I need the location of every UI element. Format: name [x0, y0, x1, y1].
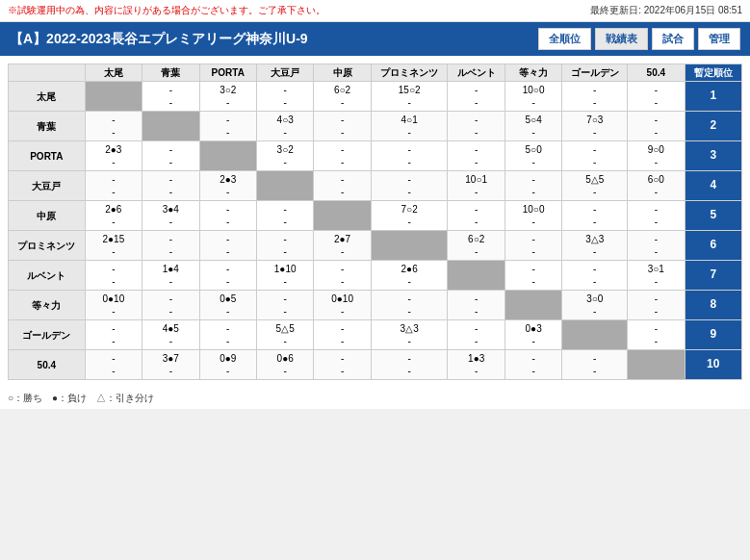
cell-r3-c8: 5△5- — [562, 171, 628, 201]
cell-r9-c5: -- — [371, 350, 448, 380]
cell-r1-c1 — [142, 112, 199, 141]
matches-button[interactable]: 試合 — [652, 28, 694, 50]
cell-r2-c0: 2●3- — [85, 141, 142, 171]
cell-r7-c4: 0●10- — [314, 291, 371, 320]
cell-r0-c3: -- — [256, 82, 313, 112]
rank-6: 7 — [685, 261, 741, 291]
cell-r0-c4: 6○2- — [314, 82, 371, 112]
cell-r4-c1: 3●4- — [142, 201, 199, 231]
cell-r6-c5: 2●6- — [371, 261, 448, 291]
cell-r2-c5: -- — [371, 141, 448, 171]
all-rankings-button[interactable]: 全順位 — [538, 28, 591, 50]
cell-r4-c5: 7○2- — [371, 201, 448, 231]
cell-r5-c2: -- — [199, 231, 256, 261]
warning-text: ※試験運用中の為、内容に誤りがある場合がございます。ご了承下さい。 — [8, 4, 325, 17]
cell-r2-c3: 3○2- — [256, 141, 313, 171]
team-label-1: 青葉 — [9, 112, 86, 141]
cell-r3-c7: -- — [504, 171, 561, 201]
cell-r6-c9: 3○1- — [628, 261, 685, 291]
cell-r3-c0: -- — [85, 171, 142, 201]
col-header-4: 中原 — [314, 64, 371, 82]
legend-text: ○：勝ち ●：負け △：引き分け — [8, 393, 154, 403]
team-label-2: PORTA — [9, 141, 86, 171]
cell-r6-c8: -- — [562, 261, 628, 291]
page-title: 【A】2022-2023長谷エプレミアリーグ神奈川U-9 — [10, 31, 308, 48]
cell-r4-c0: 2●6- — [85, 201, 142, 231]
cell-r4-c9: -- — [628, 201, 685, 231]
cell-r3-c1: -- — [142, 171, 199, 201]
cell-r0-c5: 15○2- — [371, 82, 448, 112]
table-container: 太尾 青葉 PORTA 大豆戸 中原 プロミネンツ ルベント 等々力 ゴールデン… — [0, 56, 750, 388]
cell-r3-c6: 10○1- — [448, 171, 504, 201]
col-header-5: プロミネンツ — [371, 64, 448, 82]
cell-r6-c4: -- — [314, 261, 371, 291]
cell-r9-c8: -- — [562, 350, 628, 380]
cell-r1-c7: 5○4- — [504, 112, 561, 141]
cell-r0-c0 — [85, 82, 142, 112]
cell-r8-c8 — [562, 320, 628, 350]
col-header-3: 大豆戸 — [256, 64, 313, 82]
cell-r0-c7: 10○0- — [504, 82, 561, 112]
cell-r8-c7: 0●3- — [504, 320, 561, 350]
cell-r1-c2: -- — [199, 112, 256, 141]
cell-r9-c9 — [628, 350, 685, 380]
cell-r3-c4: -- — [314, 171, 371, 201]
col-header-1: 青葉 — [142, 64, 199, 82]
cell-r2-c7: 5○0- — [504, 141, 561, 171]
cell-r7-c3: -- — [256, 291, 313, 320]
cell-r7-c7 — [504, 291, 561, 320]
cell-r7-c5: -- — [371, 291, 448, 320]
col-header-0: 太尾 — [85, 64, 142, 82]
cell-r5-c0: 2●15- — [85, 231, 142, 261]
rank-4: 5 — [685, 201, 741, 231]
last-update: 最終更新日: 2022年06月15日 08:51 — [590, 4, 742, 17]
cell-r2-c8: -- — [562, 141, 628, 171]
cell-r7-c0: 0●10- — [85, 291, 142, 320]
cell-r6-c7: -- — [504, 261, 561, 291]
rank-col-header: 暫定順位 — [685, 64, 741, 82]
col-header-6: ルベント — [448, 64, 504, 82]
cell-r3-c3 — [256, 171, 313, 201]
cell-r0-c9: -- — [628, 82, 685, 112]
cell-r6-c6 — [448, 261, 504, 291]
manage-button[interactable]: 管理 — [698, 28, 740, 50]
cell-r8-c2: -- — [199, 320, 256, 350]
team-label-5: プロミネンツ — [9, 231, 86, 261]
cell-r6-c1: 1●4- — [142, 261, 199, 291]
cell-r4-c8: -- — [562, 201, 628, 231]
cell-r9-c1: 3●7- — [142, 350, 199, 380]
cell-r9-c2: 0●9- — [199, 350, 256, 380]
cell-r7-c6: -- — [448, 291, 504, 320]
cell-r7-c8: 3○0- — [562, 291, 628, 320]
cell-r6-c0: -- — [85, 261, 142, 291]
cell-r8-c4: -- — [314, 320, 371, 350]
cell-r1-c8: 7○3- — [562, 112, 628, 141]
cell-r5-c1: -- — [142, 231, 199, 261]
header-buttons: 全順位 戦績表 試合 管理 — [538, 28, 740, 50]
cell-r8-c0: -- — [85, 320, 142, 350]
rank-8: 9 — [685, 320, 741, 350]
cell-r1-c3: 4○3- — [256, 112, 313, 141]
rank-9: 10 — [685, 350, 741, 380]
legend-bar: ○：勝ち ●：負け △：引き分け — [0, 388, 750, 409]
cell-r1-c9: -- — [628, 112, 685, 141]
cell-r8-c6: -- — [448, 320, 504, 350]
team-label-9: 50.4 — [9, 350, 86, 380]
cell-r9-c3: 0●6- — [256, 350, 313, 380]
cell-r5-c7: -- — [504, 231, 561, 261]
cell-r9-c4: -- — [314, 350, 371, 380]
top-bar: ※試験運用中の為、内容に誤りがある場合がございます。ご了承下さい。 最終更新日:… — [0, 0, 750, 22]
cell-r9-c6: 1●3- — [448, 350, 504, 380]
cell-r6-c2: -- — [199, 261, 256, 291]
cell-r4-c7: 10○0- — [504, 201, 561, 231]
cell-r8-c5: 3△3- — [371, 320, 448, 350]
team-label-6: ルベント — [9, 261, 86, 291]
cell-r7-c1: -- — [142, 291, 199, 320]
cell-r5-c9: -- — [628, 231, 685, 261]
page-header: 【A】2022-2023長谷エプレミアリーグ神奈川U-9 全順位 戦績表 試合 … — [0, 22, 750, 56]
rank-2: 3 — [685, 141, 741, 171]
cell-r0-c2: 3○2- — [199, 82, 256, 112]
cell-r5-c8: 3△3- — [562, 231, 628, 261]
col-header-2: PORTA — [199, 64, 256, 82]
results-table-button[interactable]: 戦績表 — [595, 28, 648, 50]
